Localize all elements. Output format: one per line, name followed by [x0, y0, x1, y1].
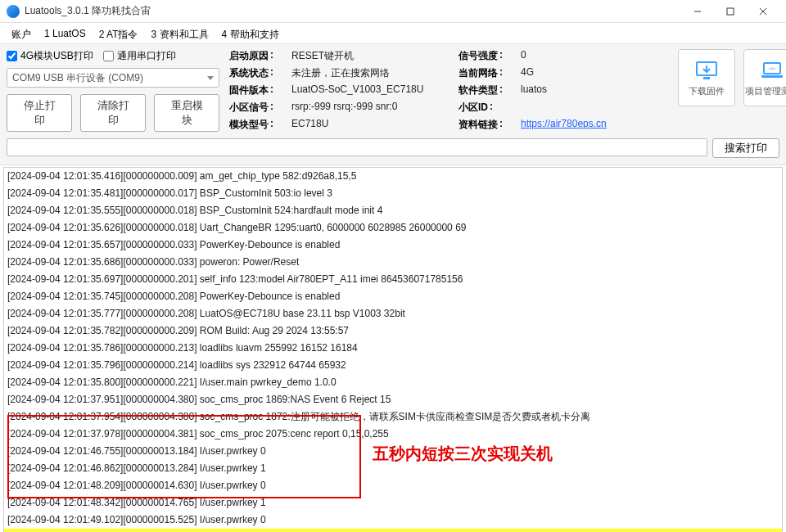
log-line-highlight: [2024-09-04 12:01:49.121] 工具提示: print co… [4, 529, 782, 532]
cell-id-value [521, 101, 668, 115]
download-firmware-button[interactable]: 下载固件 [678, 49, 735, 106]
network-label: 当前网络 [458, 66, 499, 80]
menu-tools[interactable]: 3 资料和工具 [147, 26, 214, 40]
log-line: [2024-09-04 12:01:35.800][000000000.221]… [4, 374, 782, 391]
usb-print-label: 4G模块USB打印 [20, 49, 93, 63]
sw-type-label: 软件类型 [458, 83, 499, 97]
log-area[interactable]: [2024-09-04 12:01:35.416][000000000.009]… [3, 167, 783, 532]
fw-version-label: 固件版本 [229, 83, 270, 97]
usb-print-checkbox[interactable]: 4G模块USB打印 [7, 49, 93, 63]
titlebar: Luatools_3.0.1 降功耗找合宙 [0, 0, 786, 23]
close-button[interactable] [747, 2, 779, 21]
log-line: [2024-09-04 12:01:35.796][000000000.214]… [4, 357, 782, 374]
log-line: [2024-09-04 12:01:35.481][000000000.017]… [4, 185, 782, 202]
svg-rect-5 [703, 77, 710, 79]
svg-rect-7 [761, 75, 783, 78]
serial-print-label: 通用串口打印 [117, 49, 176, 63]
log-line: [2024-09-04 12:01:35.686][000000000.033]… [4, 254, 782, 271]
minimize-button[interactable] [681, 2, 714, 21]
stop-print-button[interactable]: 停止打印 [7, 94, 72, 132]
log-line: [2024-09-04 12:01:35.657][000000000.033]… [4, 237, 782, 254]
signal-strength-label: 信号强度 [458, 49, 499, 63]
port-select-value: COM9 USB 串行设备 (COM9) [12, 71, 143, 85]
sw-type-value: luatos [521, 83, 668, 97]
log-line: [2024-09-04 12:01:35.782][000000000.209]… [4, 322, 782, 340]
toolbar: 4G模块USB打印 通用串口打印 COM9 USB 串行设备 (COM9) 停止… [0, 44, 786, 165]
project-manage-button[interactable]: </> 项目管理测试 [743, 49, 786, 106]
cell-signal-label: 小区信号 [229, 101, 270, 115]
maximize-button[interactable] [714, 2, 747, 21]
network-value: 4G [521, 66, 668, 80]
log-line: [2024-09-04 12:01:35.555][000000000.018]… [4, 202, 782, 219]
log-line: [2024-09-04 12:01:35.626][000000000.018]… [4, 219, 782, 237]
clear-print-button[interactable]: 清除打印 [80, 94, 146, 132]
search-print-button[interactable]: 搜索打印 [712, 138, 779, 158]
doc-link[interactable]: https://air780eps.cn [521, 118, 607, 129]
serial-print-checkbox[interactable]: 通用串口打印 [103, 49, 176, 63]
window-controls [681, 2, 779, 21]
laptop-icon: </> [759, 59, 785, 82]
fw-version-value: LuatOS-SoC_V1003_EC718U [291, 83, 455, 97]
sys-status-label: 系统状态 [229, 66, 270, 80]
app-icon [7, 5, 20, 18]
menu-help[interactable]: 4 帮助和支持 [217, 26, 284, 40]
menubar: 账户 1 LuatOS 2 AT指令 3 资料和工具 4 帮助和支持 [0, 23, 786, 44]
window-title: Luatools_3.0.1 降功耗找合宙 [25, 4, 681, 18]
svg-rect-1 [727, 8, 734, 15]
download-firmware-label: 下载固件 [689, 85, 725, 97]
info-panel: 启动原因: RESET键开机 信号强度: 0 系统状态: 未注册，正在搜索网络 … [229, 49, 668, 132]
port-select[interactable]: COM9 USB 串行设备 (COM9) [7, 68, 219, 88]
menu-at[interactable]: 2 AT指令 [94, 26, 143, 40]
module-model-value: EC718U [291, 118, 455, 132]
svg-text:</>: </> [769, 66, 776, 71]
restart-module-button[interactable]: 重启模块 [154, 94, 219, 132]
project-manage-label: 项目管理测试 [745, 85, 786, 97]
module-model-label: 模块型号 [229, 118, 270, 132]
signal-strength-value: 0 [521, 49, 668, 63]
annotation-box [7, 415, 361, 498]
annotation-text: 五秒内短按三次实现关机 [373, 443, 553, 465]
doc-link-label: 资料链接 [458, 118, 499, 132]
log-line: [2024-09-04 12:01:37.951][000000004.380]… [4, 391, 782, 408]
log-line: [2024-09-04 12:01:35.777][000000000.208]… [4, 305, 782, 322]
cell-signal-value: rsrp:-999 rsrq:-999 snr:0 [291, 101, 455, 115]
sys-status-value: 未注册，正在搜索网络 [291, 66, 455, 80]
log-line: [2024-09-04 12:01:35.745][000000000.208]… [4, 288, 782, 305]
log-line: [2024-09-04 12:01:49.102][000000015.525]… [4, 512, 782, 529]
search-input[interactable] [7, 138, 707, 156]
log-line: [2024-09-04 12:01:35.697][000000000.201]… [4, 271, 782, 288]
cell-id-label: 小区ID [458, 101, 490, 115]
boot-reason-value: RESET键开机 [291, 49, 455, 63]
log-line: [2024-09-04 12:01:35.786][000000000.213]… [4, 340, 782, 357]
menu-account[interactable]: 账户 [7, 26, 36, 40]
log-line: [2024-09-04 12:01:35.416][000000000.009]… [4, 168, 782, 185]
download-icon [693, 59, 720, 82]
right-buttons: 下载固件 </> 项目管理测试 [678, 49, 786, 106]
menu-luatos[interactable]: 1 LuatOS [39, 26, 91, 40]
boot-reason-label: 启动原因 [229, 49, 270, 63]
